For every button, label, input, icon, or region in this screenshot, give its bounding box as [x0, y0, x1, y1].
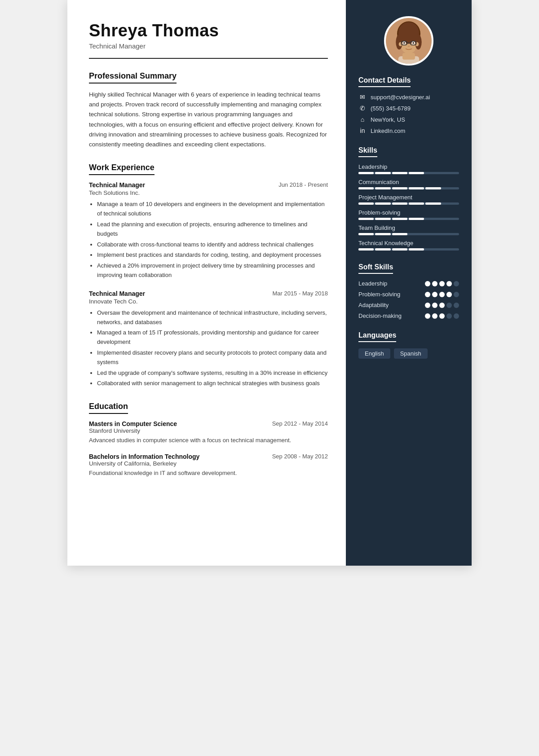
contact-title: Contact Details — [358, 76, 411, 87]
svg-point-14 — [412, 42, 414, 44]
skills-section: Skills Leadership Communication Project … — [346, 146, 472, 263]
soft-skill-dot — [432, 292, 437, 297]
soft-skill-name: Leadership — [358, 280, 387, 287]
avatar-area — [346, 0, 472, 76]
skill-bar — [358, 218, 459, 220]
contact-icon: in — [358, 127, 367, 134]
edu-dates: Sep 2008 - May 2012 — [272, 453, 328, 460]
skill-bar-segment — [358, 248, 374, 251]
contact-value: NewYork, US — [371, 116, 405, 123]
contact-section: Contact Details ✉ support@cvdesigner.ai … — [346, 76, 472, 146]
soft-skill-dot — [454, 281, 459, 286]
skill-name: Communication — [358, 179, 459, 185]
skill-bar — [358, 248, 459, 251]
edu-item: Masters in Computer Science Sep 2012 - M… — [89, 420, 328, 445]
skill-item: Technical Knowledge — [358, 240, 459, 251]
resume-container: Shreya Thomas Technical Manager Professi… — [67, 0, 472, 566]
skill-bar-segment — [375, 187, 390, 189]
contact-value: LinkedIn.com — [371, 127, 405, 134]
skill-bar-segment — [442, 187, 458, 189]
skill-item: Communication — [358, 179, 459, 189]
soft-skill-item: Problem-solving — [358, 291, 459, 298]
soft-skills-list: Leadership Problem-solving Adaptability … — [358, 280, 459, 319]
soft-skill-dots — [425, 292, 459, 297]
soft-skill-dot — [439, 303, 445, 308]
skill-bar-segment — [358, 233, 374, 235]
skill-bar-segment — [358, 187, 374, 189]
soft-skill-dot — [425, 313, 430, 319]
skill-bar-segment — [409, 218, 424, 220]
edu-school: Stanford University — [89, 427, 328, 434]
candidate-name: Shreya Thomas — [89, 22, 328, 40]
skill-item: Leadership — [358, 163, 459, 174]
soft-skill-dot — [425, 281, 430, 286]
languages-section: Languages EnglishSpanish — [346, 331, 472, 367]
job-item: Technical Manager Jun 2018 - Present Tec… — [89, 181, 328, 280]
contact-icon: ✉ — [358, 93, 367, 101]
skill-bar-segment — [392, 172, 407, 174]
skill-item: Project Management — [358, 194, 459, 205]
candidate-title: Technical Manager — [89, 42, 328, 50]
education-list: Masters in Computer Science Sep 2012 - M… — [89, 420, 328, 478]
skill-name: Leadership — [358, 163, 459, 170]
bullet-item: Lead the planning and execution of proje… — [97, 220, 328, 239]
skill-bar-segment — [409, 172, 424, 174]
soft-skill-dot — [454, 303, 459, 308]
jobs-list: Technical Manager Jun 2018 - Present Tec… — [89, 181, 328, 388]
soft-skill-item: Decision-making — [358, 312, 459, 319]
bullet-item: Implement best practices and standards f… — [97, 251, 328, 260]
job-header: Technical Manager Jun 2018 - Present — [89, 181, 328, 189]
summary-section: Professional Summary Highly skilled Tech… — [89, 71, 328, 150]
skill-item: Problem-solving — [358, 209, 459, 220]
header-divider — [89, 58, 328, 59]
soft-skill-dots — [425, 313, 459, 319]
education-section: Education Masters in Computer Science Se… — [89, 402, 328, 478]
soft-skill-dot — [446, 313, 452, 319]
svg-point-15 — [408, 46, 410, 47]
soft-skill-dot — [446, 303, 452, 308]
skill-bar-segment — [392, 202, 407, 205]
skill-bar-segment — [442, 233, 458, 235]
skill-bar-segment — [375, 218, 390, 220]
skill-bar-segment — [358, 218, 374, 220]
skill-bar-segment — [409, 248, 424, 251]
job-dates: Mar 2015 - May 2018 — [272, 290, 328, 297]
edu-description: Advanced studies in computer science wit… — [89, 436, 328, 445]
skill-bar-segment — [442, 218, 458, 220]
contact-item: ⌂ NewYork, US — [358, 116, 459, 123]
bullet-item: Implemented disaster recovery plans and … — [97, 348, 328, 367]
skill-bar — [358, 202, 459, 205]
edu-school: University of California, Berkeley — [89, 460, 328, 467]
language-tag: Spanish — [394, 348, 428, 359]
skill-bar-segment — [392, 233, 407, 235]
skill-bar-segment — [425, 202, 441, 205]
skill-bar — [358, 172, 459, 174]
skill-bar-segment — [442, 248, 458, 251]
soft-skill-item: Leadership — [358, 280, 459, 287]
soft-skill-dot — [446, 281, 452, 286]
job-bullets: Manage a team of 10 developers and engin… — [89, 200, 328, 280]
soft-skill-dot — [439, 281, 445, 286]
bullet-item: Manage a team of 10 developers and engin… — [97, 200, 328, 219]
soft-skills-section: Soft Skills Leadership Problem-solving A… — [346, 263, 472, 331]
soft-skill-dot — [454, 313, 459, 319]
languages-title: Languages — [358, 331, 396, 342]
soft-skill-dot — [425, 303, 430, 308]
avatar — [384, 16, 433, 66]
skill-bar-segment — [392, 218, 407, 220]
soft-skill-dot — [439, 313, 445, 319]
job-company: Tech Solutions Inc. — [89, 189, 328, 196]
edu-header: Bachelors in Information Technology Sep … — [89, 453, 328, 460]
job-bullets: Oversaw the development and maintenance … — [89, 308, 328, 388]
soft-skill-name: Decision-making — [358, 312, 402, 319]
skills-title: Skills — [358, 146, 377, 157]
skill-bar — [358, 187, 459, 189]
left-column: Shreya Thomas Technical Manager Professi… — [67, 0, 346, 566]
job-header: Technical Manager Mar 2015 - May 2018 — [89, 290, 328, 297]
summary-text: Highly skilled Technical Manager with 6 … — [89, 90, 328, 150]
skill-bar-segment — [409, 187, 424, 189]
edu-item: Bachelors in Information Technology Sep … — [89, 453, 328, 478]
job-title: Technical Manager — [89, 290, 145, 297]
contact-value: (555) 345-6789 — [371, 105, 411, 112]
skill-bar-segment — [442, 172, 458, 174]
